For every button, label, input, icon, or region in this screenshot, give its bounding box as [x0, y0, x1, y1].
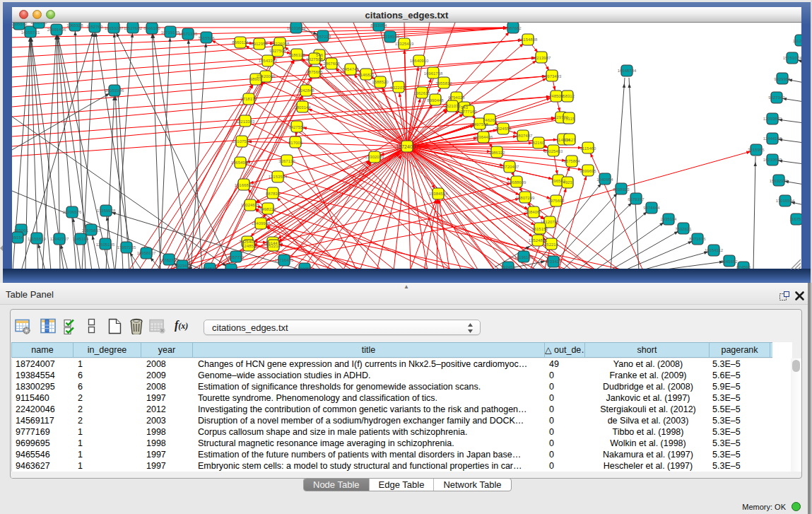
- svg-text:13153594: 13153594: [269, 175, 288, 179]
- svg-text:12213987: 12213987: [532, 56, 551, 60]
- svg-text:8454749: 8454749: [342, 67, 359, 71]
- svg-text:9084067: 9084067: [525, 210, 542, 214]
- svg-text:1588520: 1588520: [372, 80, 389, 84]
- svg-text:13325419: 13325419: [395, 42, 414, 46]
- svg-text:20206576: 20206576: [63, 210, 82, 214]
- svg-text:20364436: 20364436: [474, 135, 493, 139]
- svg-text:252214: 252214: [266, 244, 281, 248]
- svg-text:10653287: 10653287: [105, 26, 124, 30]
- svg-text:9227342: 9227342: [768, 95, 785, 100]
- svg-text:9245652: 9245652: [721, 259, 738, 264]
- svg-text:1362615: 1362615: [413, 91, 430, 95]
- svg-text:17359928: 17359928: [97, 209, 116, 213]
- svg-text:8912954: 8912954: [251, 42, 268, 46]
- svg-text:3215955: 3215955: [748, 148, 765, 152]
- svg-text:1733426: 1733426: [545, 259, 562, 264]
- svg-text:33627: 33627: [564, 138, 576, 142]
- svg-text:1621072: 1621072: [444, 104, 461, 108]
- svg-text:7986322: 7986322: [488, 151, 505, 155]
- svg-text:2718176: 2718176: [240, 97, 257, 101]
- svg-text:9327508: 9327508: [269, 49, 286, 53]
- svg-text:19166827: 19166827: [235, 183, 254, 187]
- svg-text:23302033: 23302033: [365, 155, 384, 159]
- svg-text:17016504: 17016504: [776, 199, 795, 203]
- svg-text:15716485: 15716485: [275, 258, 294, 262]
- svg-text:116753: 116753: [789, 217, 801, 221]
- svg-text:8938923: 8938923: [613, 187, 630, 192]
- svg-text:9777169: 9777169: [460, 110, 477, 114]
- svg-text:15692971: 15692971: [770, 179, 789, 183]
- svg-text:16033809: 16033809: [287, 26, 306, 30]
- svg-text:9327508: 9327508: [306, 57, 323, 62]
- svg-text:6794028: 6794028: [448, 95, 465, 100]
- svg-text:7955812: 7955812: [435, 81, 452, 86]
- svg-text:8186328: 8186328: [288, 53, 305, 57]
- svg-text:6466160: 6466160: [143, 26, 160, 30]
- svg-text:746266: 746266: [483, 118, 498, 122]
- svg-text:62160: 62160: [533, 141, 545, 145]
- svg-text:75115: 75115: [563, 117, 575, 121]
- svg-text:10719185: 10719185: [161, 30, 180, 35]
- svg-text:10025453: 10025453: [544, 149, 563, 153]
- svg-text:2803144: 2803144: [294, 105, 311, 110]
- svg-text:8498222: 8498222: [259, 207, 276, 211]
- svg-text:11156819: 11156819: [28, 237, 46, 241]
- svg-text:20053346: 20053346: [105, 88, 124, 93]
- svg-text:98901: 98901: [250, 77, 262, 81]
- svg-text:12923448: 12923448: [173, 264, 192, 268]
- svg-text:10688609: 10688609: [507, 180, 526, 185]
- svg-text:9329966: 9329966: [774, 77, 791, 81]
- svg-text:835061: 835061: [14, 228, 29, 233]
- svg-text:9474444: 9474444: [643, 206, 660, 210]
- svg-text:12505185: 12505185: [96, 243, 115, 247]
- svg-text:12213383: 12213383: [236, 119, 255, 124]
- svg-text:6497568: 6497568: [471, 122, 488, 127]
- svg-text:12093872: 12093872: [763, 117, 782, 121]
- svg-text:817006: 817006: [288, 141, 303, 145]
- svg-text:8990448: 8990448: [427, 98, 444, 103]
- svg-text:3267130: 3267130: [278, 159, 295, 163]
- svg-text:39154: 39154: [12, 235, 24, 240]
- svg-text:16671385: 16671385: [179, 32, 198, 36]
- svg-text:1975692: 1975692: [548, 199, 565, 203]
- svg-text:3624554: 3624554: [495, 127, 512, 131]
- svg-text:2935114: 2935114: [661, 217, 678, 221]
- svg-text:13226058: 13226058: [271, 42, 290, 46]
- svg-text:14136141: 14136141: [514, 255, 534, 259]
- svg-text:11527602: 11527602: [124, 26, 143, 30]
- svg-text:10973493: 10973493: [543, 74, 562, 78]
- svg-text:4923: 4923: [563, 180, 572, 185]
- svg-text:20691406: 20691406: [47, 28, 66, 32]
- svg-text:15751074: 15751074: [783, 56, 801, 60]
- svg-text:1605572: 1605572: [12, 23, 28, 26]
- svg-text:19218506: 19218506: [381, 35, 400, 39]
- svg-text:3875685: 3875685: [306, 70, 323, 74]
- svg-text:16154808: 16154808: [519, 37, 538, 42]
- svg-text:7357224: 7357224: [314, 35, 331, 39]
- svg-text:18724007: 18724007: [396, 144, 418, 149]
- svg-text:19654985: 19654985: [231, 160, 250, 165]
- svg-text:10807487: 10807487: [514, 134, 533, 138]
- svg-text:7632621: 7632621: [675, 227, 692, 231]
- svg-text:1152760: 1152760: [87, 25, 104, 29]
- svg-text:16782759: 16782759: [160, 258, 179, 262]
- svg-text:9242848: 9242848: [298, 88, 314, 93]
- svg-text:9146821: 9146821: [358, 73, 375, 77]
- svg-text:10107553: 10107553: [233, 139, 252, 144]
- svg-text:15409948: 15409948: [252, 221, 271, 226]
- svg-text:14055721: 14055721: [21, 30, 40, 35]
- svg-text:9699695: 9699695: [579, 169, 596, 173]
- svg-text:16120746: 16120746: [541, 220, 560, 224]
- svg-text:9575864: 9575864: [563, 159, 580, 163]
- svg-text:16648784: 16648784: [618, 69, 637, 73]
- svg-text:17957255: 17957255: [117, 245, 136, 250]
- svg-text:7515526: 7515526: [198, 36, 215, 40]
- svg-text:20975857: 20975857: [82, 228, 101, 233]
- svg-text:15720407: 15720407: [500, 165, 519, 169]
- svg-text:8813054: 8813054: [370, 23, 387, 28]
- svg-text:9115460: 9115460: [580, 146, 597, 151]
- svg-text:1615152: 1615152: [531, 227, 548, 231]
- svg-text:18807249: 18807249: [516, 196, 535, 200]
- svg-text:10024675: 10024675: [241, 203, 260, 207]
- svg-text:2867608: 2867608: [323, 62, 340, 66]
